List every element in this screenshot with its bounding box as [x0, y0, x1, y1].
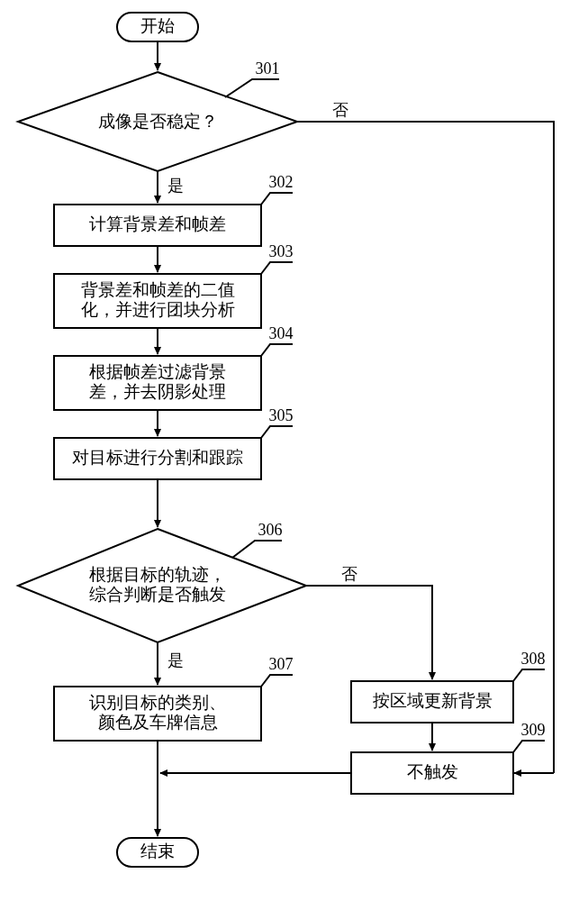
decision-306-text-2: 综合判断是否触发	[89, 585, 226, 604]
step-number-308: 308	[521, 650, 546, 668]
process-309: 不触发 309	[351, 721, 546, 794]
process-303-text-1: 背景差和帧差的二值	[81, 280, 235, 299]
decision-306: 根据目标的轨迹， 综合判断是否触发 306	[18, 521, 306, 642]
process-307-text-2: 颜色及车牌信息	[98, 713, 218, 732]
step-number-307: 307	[269, 655, 294, 673]
no-label-306: 否	[341, 565, 357, 583]
step-number-304: 304	[269, 324, 294, 342]
process-302-text: 计算背景差和帧差	[89, 214, 226, 233]
end-label: 结束	[140, 842, 175, 860]
process-303-text-2: 化，并进行团块分析	[81, 300, 235, 319]
decision-301: 成像是否稳定？ 301	[18, 59, 297, 171]
process-309-text: 不触发	[407, 762, 458, 781]
step-number-309: 309	[521, 721, 546, 739]
end-node: 结束	[117, 838, 198, 867]
process-305: 对目标进行分割和跟踪 305	[54, 406, 294, 479]
process-307-text-1: 识别目标的类别、	[89, 693, 226, 712]
process-308: 按区域更新背景 308	[351, 650, 546, 723]
process-304-text-1: 根据帧差过滤背景	[89, 362, 226, 381]
process-303: 背景差和帧差的二值 化，并进行团块分析 303	[54, 242, 294, 328]
start-label: 开始	[140, 16, 175, 35]
process-304-text-2: 差，并去阴影处理	[89, 382, 226, 401]
process-305-text: 对目标进行分割和跟踪	[72, 448, 243, 467]
process-308-text: 按区域更新背景	[373, 691, 493, 710]
step-number-301: 301	[256, 59, 280, 77]
start-node: 开始	[117, 13, 198, 41]
no-label-301: 否	[332, 101, 348, 119]
yes-label-306: 是	[167, 651, 184, 669]
step-number-302: 302	[269, 173, 294, 191]
yes-label-301: 是	[167, 177, 184, 195]
process-304: 根据帧差过滤背景 差，并去阴影处理 304	[54, 324, 294, 410]
step-number-305: 305	[269, 406, 294, 424]
flowchart-diagram: 开始 成像是否稳定？ 301 是 否 计算背景差和帧差 302 背景差和帧差的二…	[0, 0, 588, 901]
decision-301-text: 成像是否稳定？	[98, 112, 218, 131]
decision-306-text-1: 根据目标的轨迹，	[89, 565, 226, 584]
step-number-306: 306	[258, 521, 283, 539]
step-number-303: 303	[269, 242, 294, 260]
